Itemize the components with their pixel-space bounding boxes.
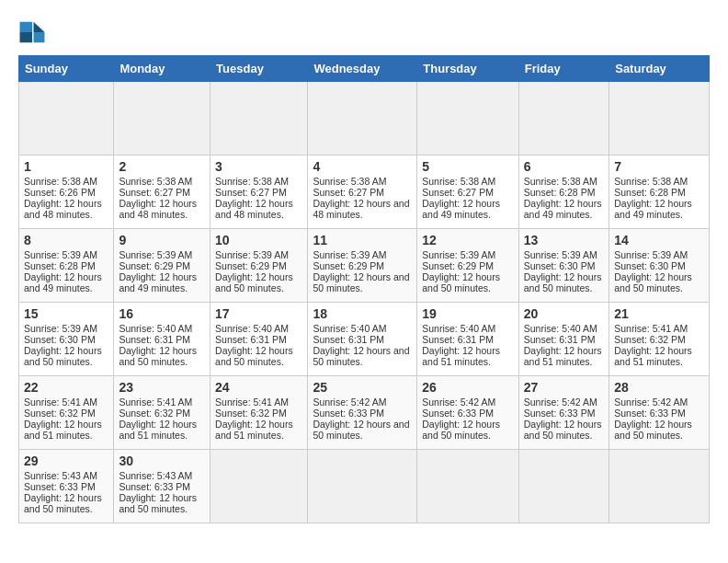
calendar-header-row: SundayMondayTuesdayWednesdayThursdayFrid… <box>19 56 710 82</box>
day-number: 18 <box>313 306 412 321</box>
daylight-text: Daylight: 12 hours and 51 minutes. <box>24 419 108 441</box>
calendar-cell: 3Sunrise: 5:38 AMSunset: 6:27 PMDaylight… <box>210 155 308 229</box>
sunset-text: Sunset: 6:33 PM <box>524 408 604 419</box>
calendar-cell: 27Sunrise: 5:42 AMSunset: 6:33 PMDayligh… <box>518 376 609 450</box>
calendar-cell: 11Sunrise: 5:39 AMSunset: 6:29 PMDayligh… <box>308 229 417 303</box>
day-number: 27 <box>524 380 604 395</box>
day-number: 11 <box>313 233 412 247</box>
day-number: 8 <box>24 233 108 247</box>
day-number: 22 <box>24 380 108 395</box>
daylight-text: Daylight: 12 hours and 51 minutes. <box>215 419 302 441</box>
sunrise-text: Sunrise: 5:38 AM <box>614 176 704 187</box>
sunrise-text: Sunrise: 5:38 AM <box>119 176 205 187</box>
sunset-text: Sunset: 6:31 PM <box>215 334 302 345</box>
header-day-sunday: Sunday <box>19 56 114 82</box>
calendar-cell <box>518 450 609 523</box>
daylight-text: Daylight: 12 hours and 50 minutes. <box>422 419 514 441</box>
day-number: 30 <box>119 454 205 468</box>
sunset-text: Sunset: 6:26 PM <box>24 187 108 198</box>
header-day-saturday: Saturday <box>609 56 710 82</box>
sunset-text: Sunset: 6:29 PM <box>215 260 302 271</box>
sunset-text: Sunset: 6:30 PM <box>614 260 704 271</box>
svg-marker-2 <box>34 32 45 42</box>
daylight-text: Daylight: 12 hours and 49 minutes. <box>24 271 108 293</box>
calendar-week-row <box>19 82 710 155</box>
calendar-cell: 14Sunrise: 5:39 AMSunset: 6:30 PMDayligh… <box>609 229 710 303</box>
daylight-text: Daylight: 12 hours and 51 minutes. <box>119 419 205 441</box>
daylight-text: Daylight: 12 hours and 50 minutes. <box>313 271 412 293</box>
sunset-text: Sunset: 6:28 PM <box>614 187 704 198</box>
sunrise-text: Sunrise: 5:39 AM <box>614 249 704 260</box>
calendar-cell <box>417 82 519 155</box>
day-number: 19 <box>422 306 514 321</box>
daylight-text: Daylight: 12 hours and 50 minutes. <box>215 271 302 293</box>
logo <box>18 18 50 46</box>
sunrise-text: Sunrise: 5:40 AM <box>524 323 604 334</box>
svg-rect-3 <box>20 22 33 32</box>
calendar-cell: 2Sunrise: 5:38 AMSunset: 6:27 PMDaylight… <box>114 155 210 229</box>
sunset-text: Sunset: 6:30 PM <box>524 260 604 271</box>
calendar-cell: 5Sunrise: 5:38 AMSunset: 6:27 PMDaylight… <box>417 155 519 229</box>
sunrise-text: Sunrise: 5:38 AM <box>422 176 514 187</box>
day-number: 26 <box>422 380 514 395</box>
calendar-cell: 28Sunrise: 5:42 AMSunset: 6:33 PMDayligh… <box>609 376 710 450</box>
sunset-text: Sunset: 6:32 PM <box>215 408 302 419</box>
daylight-text: Daylight: 12 hours and 48 minutes. <box>119 198 205 220</box>
daylight-text: Daylight: 12 hours and 50 minutes. <box>524 419 604 441</box>
sunset-text: Sunset: 6:29 PM <box>422 260 514 271</box>
day-number: 3 <box>215 159 302 174</box>
sunrise-text: Sunrise: 5:39 AM <box>119 249 205 260</box>
calendar-cell: 23Sunrise: 5:41 AMSunset: 6:32 PMDayligh… <box>114 376 210 450</box>
day-number: 14 <box>614 233 704 247</box>
day-number: 7 <box>614 159 704 174</box>
header-day-wednesday: Wednesday <box>308 56 417 82</box>
day-number: 20 <box>524 306 604 321</box>
daylight-text: Daylight: 12 hours and 49 minutes. <box>422 198 514 220</box>
day-number: 17 <box>215 306 302 321</box>
day-number: 5 <box>422 159 514 174</box>
calendar-cell: 21Sunrise: 5:41 AMSunset: 6:32 PMDayligh… <box>609 303 710 376</box>
daylight-text: Daylight: 12 hours and 50 minutes. <box>614 271 704 293</box>
sunrise-text: Sunrise: 5:40 AM <box>215 323 302 334</box>
sunset-text: Sunset: 6:33 PM <box>24 481 108 492</box>
day-number: 12 <box>422 233 514 247</box>
sunrise-text: Sunrise: 5:39 AM <box>422 249 514 260</box>
header-day-tuesday: Tuesday <box>210 56 308 82</box>
calendar-cell: 4Sunrise: 5:38 AMSunset: 6:27 PMDaylight… <box>308 155 417 229</box>
sunrise-text: Sunrise: 5:39 AM <box>24 249 108 260</box>
sunset-text: Sunset: 6:29 PM <box>119 260 205 271</box>
header-day-monday: Monday <box>114 56 210 82</box>
sunrise-text: Sunrise: 5:38 AM <box>524 176 604 187</box>
day-number: 13 <box>524 233 604 247</box>
sunset-text: Sunset: 6:32 PM <box>614 334 704 345</box>
sunrise-text: Sunrise: 5:41 AM <box>614 323 704 334</box>
sunset-text: Sunset: 6:28 PM <box>24 260 108 271</box>
sunset-text: Sunset: 6:33 PM <box>422 408 514 419</box>
calendar-week-row: 29Sunrise: 5:43 AMSunset: 6:33 PMDayligh… <box>19 450 710 523</box>
daylight-text: Daylight: 12 hours and 50 minutes. <box>24 492 108 514</box>
calendar-cell <box>609 450 710 523</box>
daylight-text: Daylight: 12 hours and 51 minutes. <box>422 345 514 367</box>
calendar-cell: 6Sunrise: 5:38 AMSunset: 6:28 PMDaylight… <box>518 155 609 229</box>
sunrise-text: Sunrise: 5:43 AM <box>119 470 205 481</box>
day-number: 24 <box>215 380 302 395</box>
sunset-text: Sunset: 6:27 PM <box>313 187 412 198</box>
sunrise-text: Sunrise: 5:41 AM <box>24 396 108 408</box>
sunset-text: Sunset: 6:31 PM <box>524 334 604 345</box>
daylight-text: Daylight: 12 hours and 50 minutes. <box>313 345 412 367</box>
calendar-cell: 18Sunrise: 5:40 AMSunset: 6:31 PMDayligh… <box>308 303 417 376</box>
logo-icon <box>18 18 46 46</box>
calendar-cell <box>518 82 609 155</box>
daylight-text: Daylight: 12 hours and 50 minutes. <box>422 271 514 293</box>
sunrise-text: Sunrise: 5:39 AM <box>524 249 604 260</box>
svg-rect-4 <box>20 32 33 42</box>
sunset-text: Sunset: 6:27 PM <box>422 187 514 198</box>
calendar-cell: 12Sunrise: 5:39 AMSunset: 6:29 PMDayligh… <box>417 229 519 303</box>
sunset-text: Sunset: 6:27 PM <box>215 187 302 198</box>
calendar-week-row: 8Sunrise: 5:39 AMSunset: 6:28 PMDaylight… <box>19 229 710 303</box>
daylight-text: Daylight: 12 hours and 51 minutes. <box>614 345 704 367</box>
day-number: 28 <box>614 380 704 395</box>
day-number: 9 <box>119 233 205 247</box>
daylight-text: Daylight: 12 hours and 51 minutes. <box>524 345 604 367</box>
calendar-week-row: 15Sunrise: 5:39 AMSunset: 6:30 PMDayligh… <box>19 303 710 376</box>
